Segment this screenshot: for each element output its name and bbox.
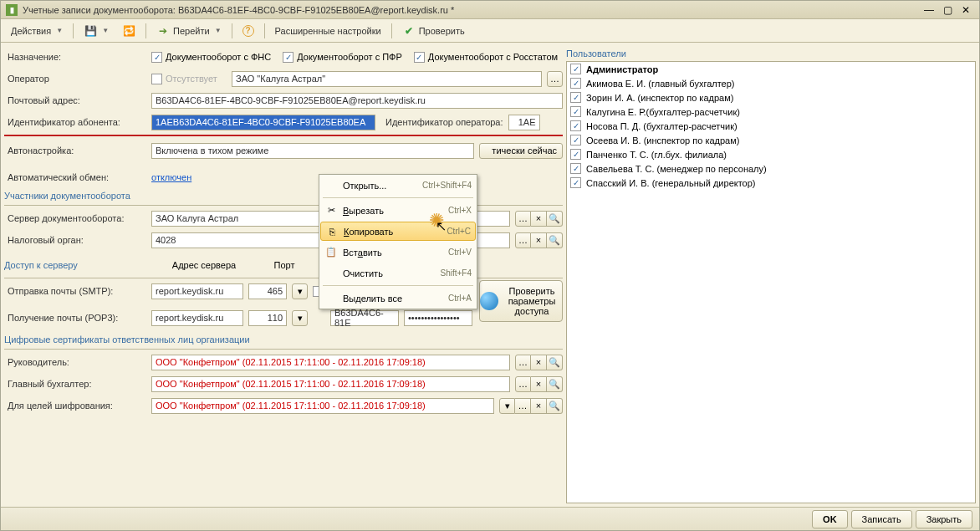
doc-server-clear-button[interactable]: × [531, 211, 547, 227]
user-checkbox[interactable] [570, 106, 581, 117]
operator-select-button[interactable]: … [547, 71, 563, 87]
user-checkbox[interactable] [570, 135, 581, 146]
operator-absent-checkbox[interactable]: Отсутствует [151, 74, 227, 84]
user-checkbox[interactable] [570, 64, 581, 74]
right-pane: Пользователи АдминистраторАкимова Е. И. … [566, 46, 976, 503]
cert-enc-dropdown-button[interactable]: ▾ [499, 398, 515, 414]
save-icon-button[interactable]: 💾▼ [79, 23, 114, 39]
user-name: Панченко Т. С. (гл.бух. филиала) [586, 150, 727, 160]
check-access-button[interactable]: Проверить параметры доступа [479, 280, 563, 322]
close-button[interactable]: ✕ [957, 3, 974, 17]
mail-label: Почтовый адрес: [4, 95, 146, 105]
maximize-button[interactable]: ▢ [939, 3, 956, 17]
user-row[interactable]: Савельева Т. С. (менеджер по персоналу) [567, 161, 975, 176]
cert-enc-open-button[interactable]: 🔍 [547, 398, 563, 414]
pop3-port-spinner[interactable]: ▾ [292, 310, 308, 326]
cut-icon: ✂ [324, 205, 338, 216]
ctx-open[interactable]: Открыть...Ctrl+Shift+F4 [319, 175, 477, 196]
fns-checkbox[interactable]: Документооборот с ФНС [151, 52, 271, 63]
user-checkbox[interactable] [570, 177, 581, 188]
subscriber-id-field[interactable]: 1AEB63DA4C6-81EF-4BC0-9CBF-F91025EB80EA [151, 115, 375, 130]
cert-head-open-button[interactable]: 🔍 [547, 355, 563, 370]
pop3-user-field[interactable]: B63DA4C6-81E [330, 310, 399, 326]
user-checkbox[interactable] [570, 163, 581, 174]
user-name: Зорин И. А. (инспектор по кадрам) [586, 93, 733, 103]
user-row[interactable]: Панченко Т. С. (гл.бух. филиала) [567, 147, 975, 161]
copy-icon: ⎘ [325, 227, 339, 237]
auto-exchange-label: Автоматический обмен: [4, 172, 146, 182]
save-button[interactable]: Записать [851, 510, 912, 528]
smtp-label: Отправка почты (SMTP): [4, 286, 146, 296]
tax-buttons: … × 🔍 [515, 232, 563, 248]
close-footer-button[interactable]: Закрыть [916, 510, 972, 528]
smtp-port-field[interactable]: 465 [248, 283, 287, 299]
ctx-copy[interactable]: ⎘КопироватьCtrl+C [320, 222, 476, 241]
pop3-pass-field[interactable]: •••••••••••••••• [404, 310, 472, 326]
save-icon: 💾 [84, 24, 97, 38]
tax-open-button[interactable]: 🔍 [547, 232, 563, 248]
mail-field[interactable]: B63DA4C6-81EF-4BC0-9CBF-F91025EB80EA@rep… [151, 93, 563, 109]
user-checkbox[interactable] [570, 78, 581, 89]
globe-icon [480, 292, 498, 310]
operator-field[interactable]: ЗАО "Калуга Астрал" [232, 71, 542, 87]
ctx-paste[interactable]: 📋ВставитьCtrl+V [319, 242, 477, 263]
user-row[interactable]: Спасский И. В. (генеральный директор) [567, 176, 975, 190]
user-checkbox[interactable] [570, 120, 581, 131]
cert-acc-open-button[interactable]: 🔍 [547, 376, 563, 392]
tax-clear-button[interactable]: × [531, 232, 547, 248]
extended-settings-button[interactable]: Расширенные настройки [270, 24, 386, 38]
participants-title: Участники документооборота [4, 188, 563, 203]
cert-head-select-button[interactable]: … [515, 355, 531, 370]
cert-head-clear-button[interactable]: × [531, 355, 547, 370]
user-row[interactable]: Осеева И. В. (инспектор по кадрам) [567, 133, 975, 147]
user-row[interactable]: Калугина Е. Р.(бухгалтер-расчетчик) [567, 105, 975, 119]
doc-server-buttons: … × 🔍 [515, 211, 563, 227]
user-checkbox[interactable] [570, 149, 581, 160]
cert-enc-label: Для целей шифрования: [4, 401, 146, 411]
ok-button[interactable]: OK [812, 510, 848, 528]
user-row[interactable]: Носова П. Д. (бухгалтер-расчетчик) [567, 119, 975, 133]
minimize-button[interactable]: — [921, 3, 937, 17]
doc-server-select-button[interactable]: … [515, 211, 531, 227]
help-button[interactable]: ? [237, 23, 259, 38]
pop3-host-field[interactable]: report.keydisk.ru [151, 310, 243, 326]
check-button[interactable]: ✔Проверить [397, 23, 470, 39]
user-name: Носова П. Д. (бухгалтер-расчетчик) [586, 121, 738, 131]
user-row[interactable]: Администратор [567, 62, 975, 76]
cert-acc-select-button[interactable]: … [515, 376, 531, 392]
cert-enc-clear-button[interactable]: × [531, 398, 547, 414]
tax-select-button[interactable]: … [515, 232, 531, 248]
content-area: Назначение: Документооборот с ФНС Докуме… [1, 43, 979, 507]
cert-head-field[interactable]: ООО "Конфетпром" (02.11.2015 17:11:00 - … [151, 355, 510, 370]
refresh-icon-button[interactable]: 🔁 [117, 23, 140, 39]
ctx-select-all[interactable]: Выделить всеCtrl+A [319, 288, 477, 309]
cert-acc-field[interactable]: ООО "Конфетпром" (02.11.2015 17:11:00 - … [151, 376, 510, 392]
cert-acc-label: Главный бухгалтер: [4, 379, 146, 389]
user-checkbox[interactable] [570, 92, 581, 103]
main-window: ▮ Учетные записи документооборота: B63DA… [0, 0, 980, 531]
smtp-host-field[interactable]: report.keydisk.ru [151, 283, 243, 299]
operator-id-field[interactable]: 1AE [508, 115, 540, 130]
autoconf-field[interactable]: Включена в тихом режиме [151, 143, 474, 159]
user-row[interactable]: Зорин И. А. (инспектор по кадрам) [567, 90, 975, 105]
user-row[interactable]: Акимова Е. И. (главный бухгалтер) [567, 76, 975, 90]
smtp-port-spinner[interactable]: ▾ [292, 283, 308, 299]
cert-enc-field[interactable]: ООО "Конфетпром" (02.11.2015 17:11:00 - … [151, 398, 494, 414]
autoconf-now-button[interactable]: тически сейчас [479, 143, 563, 159]
goto-button[interactable]: ➔Перейти▼ [151, 23, 227, 39]
auto-exchange-link[interactable]: отключен [151, 172, 191, 182]
ctx-clear[interactable]: ОчиститьShift+F4 [319, 263, 477, 283]
pfr-checkbox[interactable]: Документооборот с ПФР [283, 52, 402, 63]
doc-server-open-button[interactable]: 🔍 [547, 211, 563, 227]
doc-server-label: Сервер документооборота: [4, 213, 146, 223]
cert-enc-select-button[interactable]: … [515, 398, 531, 414]
purpose-label: Назначение: [4, 52, 146, 62]
ctx-cut[interactable]: ✂ВырезатьCtrl+X [319, 200, 477, 221]
actions-menu[interactable]: Действия▼ [6, 24, 68, 38]
magnifier-icon: 🔍 [549, 235, 560, 246]
cert-acc-clear-button[interactable]: × [531, 376, 547, 392]
pop3-port-field[interactable]: 110 [248, 310, 287, 326]
app-icon: ▮ [6, 4, 18, 16]
rosstat-checkbox[interactable]: Документооборот с Росстатом [414, 52, 558, 63]
user-name: Осеева И. В. (инспектор по кадрам) [586, 135, 739, 146]
